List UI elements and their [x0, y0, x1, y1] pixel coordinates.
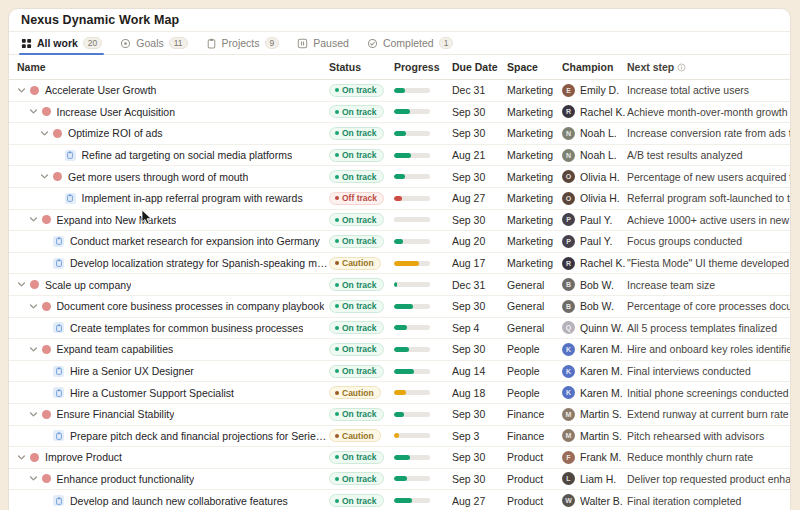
chevron-down-icon[interactable]	[29, 215, 42, 224]
champion-cell: R Rachel K.	[562, 257, 627, 270]
avatar: N	[562, 149, 575, 162]
row-name-cell: Refine ad targeting on social media plat…	[9, 149, 329, 161]
champion-name: Olivia H.	[580, 192, 620, 204]
table-row[interactable]: Hire a Customer Support Specialist Cauti…	[9, 382, 790, 404]
progress-bar	[394, 109, 430, 114]
progress-cell	[394, 304, 452, 309]
table-row[interactable]: Get more users through word of mouth On …	[9, 166, 790, 188]
table-row[interactable]: Increase User Acquisition On track Sep 3…	[9, 102, 790, 124]
table-row[interactable]: Expand team capabilities On track Sep 30…	[9, 339, 790, 361]
progress-cell	[394, 174, 452, 179]
avatar: P	[562, 213, 575, 226]
project-icon	[53, 258, 64, 269]
table-row[interactable]: Prepare pitch deck and financial project…	[9, 426, 790, 448]
status-badge: On track	[329, 278, 384, 291]
space-label: Marketing	[507, 127, 562, 139]
chevron-down-icon[interactable]	[17, 86, 30, 95]
info-icon[interactable]	[677, 63, 686, 72]
row-name: Hire a Senior UX Designer	[70, 365, 194, 377]
due-date: Aug 14	[452, 365, 507, 377]
tab-projects[interactable]: Projects 9	[206, 32, 280, 54]
tab-count-badge: 9	[265, 37, 280, 49]
status-badge: On track	[329, 300, 384, 313]
status-dot-icon	[335, 218, 339, 222]
table-row[interactable]: Develop and launch new collaborative fea…	[9, 490, 790, 510]
project-icon	[53, 236, 64, 247]
progress-cell	[394, 239, 452, 244]
due-date: Sep 30	[452, 127, 507, 139]
tab-paused[interactable]: Paused	[297, 32, 349, 54]
table-row[interactable]: Improve Product On track Sep 30 Product …	[9, 447, 790, 469]
chevron-down-icon[interactable]	[29, 474, 42, 483]
due-date: Sep 4	[452, 322, 507, 334]
champion-name: Martin S.	[580, 430, 622, 442]
progress-bar	[394, 282, 430, 287]
row-name-cell: Expand into New Markets	[9, 214, 329, 226]
column-header-next-step: Next step	[627, 61, 790, 73]
progress-cell	[394, 88, 452, 93]
goal-dot-icon	[30, 86, 39, 95]
row-name: Expand into New Markets	[57, 214, 177, 226]
table-row[interactable]: Enhance product functionality On track S…	[9, 469, 790, 491]
chevron-down-icon[interactable]	[40, 129, 53, 138]
next-step: Deliver top requested product enhancemen…	[627, 473, 790, 485]
table-row[interactable]: Expand into New Markets On track Sep 30 …	[9, 210, 790, 232]
chevron-down-icon[interactable]	[17, 453, 30, 462]
status-dot-icon	[335, 175, 339, 179]
row-name: Increase User Acquisition	[57, 106, 175, 118]
tab-all-work[interactable]: All work 20	[21, 32, 102, 54]
progress-bar	[394, 261, 430, 266]
goal-dot-icon	[42, 302, 51, 311]
table-row[interactable]: Accelerate User Growth On track Dec 31 M…	[9, 80, 790, 102]
next-step: All 5 process templates finalized	[627, 322, 790, 334]
table-row[interactable]: Optimize ROI of ads On track Sep 30 Mark…	[9, 123, 790, 145]
table-row[interactable]: Refine ad targeting on social media plat…	[9, 145, 790, 167]
champion-cell: N Noah L.	[562, 127, 627, 140]
table-row[interactable]: Develop localization strategy for Spanis…	[9, 253, 790, 275]
status-badge: On track	[329, 494, 384, 507]
due-date: Aug 17	[452, 257, 507, 269]
avatar: K	[562, 386, 575, 399]
status-dot-icon	[335, 304, 339, 308]
goal-dot-icon	[42, 215, 51, 224]
space-label: Product	[507, 451, 562, 463]
champion-cell: M Martin S.	[562, 408, 627, 421]
due-date: Dec 31	[452, 84, 507, 96]
project-icon	[53, 366, 64, 377]
table-row[interactable]: Scale up company On track Dec 31 General…	[9, 274, 790, 296]
chevron-down-icon[interactable]	[29, 302, 42, 311]
due-date: Aug 27	[452, 495, 507, 507]
due-date: Sep 30	[452, 473, 507, 485]
progress-bar	[394, 455, 430, 460]
chevron-down-icon[interactable]	[29, 410, 42, 419]
row-name: Expand team capabilities	[57, 343, 174, 355]
status-dot-icon	[335, 499, 339, 503]
progress-cell	[394, 476, 452, 481]
next-step: Achieve 1000+ active users in new countr…	[627, 214, 790, 226]
table-row[interactable]: Implement in-app referral program with r…	[9, 188, 790, 210]
chevron-down-icon[interactable]	[29, 345, 42, 354]
chevron-down-icon[interactable]	[29, 107, 42, 116]
row-name-cell: Conduct market research for expansion in…	[9, 235, 329, 247]
table-row[interactable]: Create templates for common business pro…	[9, 318, 790, 340]
row-name: Prepare pitch deck and financial project…	[70, 430, 329, 442]
space-label: People	[507, 343, 562, 355]
tab-count-badge: 11	[169, 37, 188, 49]
table-row[interactable]: Hire a Senior UX Designer On track Aug 1…	[9, 361, 790, 383]
chevron-down-icon[interactable]	[40, 172, 53, 181]
champion-name: Olivia H.	[580, 171, 620, 183]
table-row[interactable]: Document core business processes in comp…	[9, 296, 790, 318]
status-cell: Caution	[329, 257, 394, 270]
due-date: Sep 30	[452, 343, 507, 355]
row-name: Refine ad targeting on social media plat…	[82, 149, 293, 161]
table-row[interactable]: Ensure Financial Stability On track Sep …	[9, 404, 790, 426]
tab-completed[interactable]: Completed 1	[367, 32, 454, 54]
progress-cell	[394, 282, 452, 287]
column-header-due-date: Due Date	[452, 61, 507, 73]
due-date: Sep 30	[452, 214, 507, 226]
tab-goals[interactable]: Goals 11	[120, 32, 187, 54]
row-name: Enhance product functionality	[57, 473, 195, 485]
champion-cell: F Frank M.	[562, 451, 627, 464]
table-row[interactable]: Conduct market research for expansion in…	[9, 231, 790, 253]
chevron-down-icon[interactable]	[17, 280, 30, 289]
